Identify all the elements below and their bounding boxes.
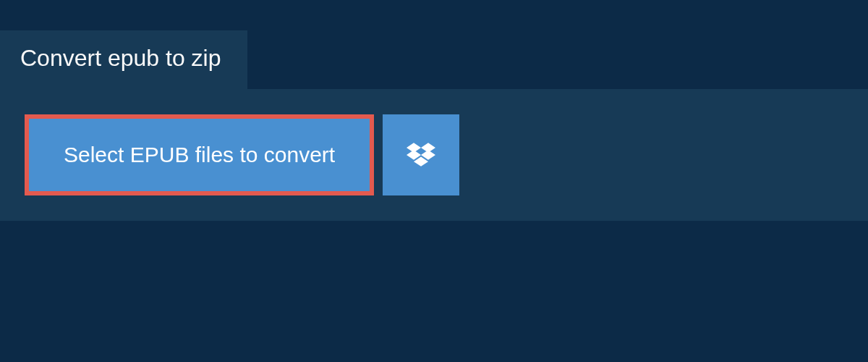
select-files-button[interactable]: Select EPUB files to convert xyxy=(29,119,370,191)
select-files-highlight: Select EPUB files to convert xyxy=(25,114,374,195)
upload-panel: Select EPUB files to convert xyxy=(0,89,868,221)
select-files-label: Select EPUB files to convert xyxy=(64,143,335,167)
dropbox-button[interactable] xyxy=(383,114,459,195)
tab-label: Convert epub to zip xyxy=(20,45,221,71)
dropbox-icon xyxy=(407,140,435,169)
tab-strip: Convert epub to zip xyxy=(0,30,868,89)
tab-convert[interactable]: Convert epub to zip xyxy=(0,30,247,89)
